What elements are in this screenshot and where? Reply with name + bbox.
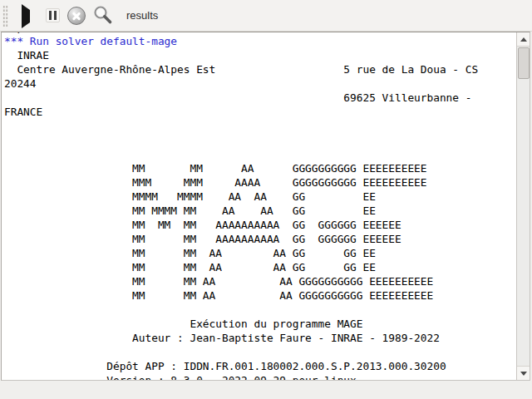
console-line bbox=[4, 133, 478, 147]
console-line bbox=[4, 119, 478, 133]
console-line: Centre Auvergne-Rhône-Alpes Est 5 rue de… bbox=[4, 62, 478, 76]
scroll-down-button[interactable] bbox=[517, 366, 530, 380]
console-line: *** Run solver default-mage bbox=[4, 34, 478, 48]
console-line: Version : 8.3.0 - 2022-09-29 pour linux bbox=[4, 373, 478, 380]
play-icon bbox=[22, 4, 30, 28]
console-line: MM MM AA GGGGGGGGGG EEEEEEEEEE bbox=[4, 161, 478, 175]
console-line: INRAE bbox=[4, 48, 478, 62]
console-text: .;p*** Run solver default-mage INRAE Cen… bbox=[4, 32, 478, 380]
console-line: Auteur : Jean-Baptiste Faure - INRAE - 1… bbox=[4, 331, 478, 345]
pause-icon bbox=[54, 11, 57, 20]
console-line: MM MM AA AA GGGGGGGGGG EEEEEEEEEE bbox=[4, 288, 478, 303]
status-strip bbox=[0, 381, 532, 399]
console-line: MM MM AA AA GG GG EE bbox=[4, 246, 478, 260]
stop-solver-button[interactable] bbox=[67, 7, 86, 25]
console-line bbox=[4, 147, 478, 161]
console-line: MM MM AA AA GGGGGGGGGG EEEEEEEEEE bbox=[4, 274, 478, 288]
console-viewport: .;p*** Run solver default-mage INRAE Cen… bbox=[2, 32, 516, 380]
panel-title: results bbox=[126, 9, 158, 22]
console-line: 69625 Villeurbanne - bbox=[4, 91, 478, 105]
vertical-scrollbar[interactable] bbox=[516, 32, 530, 380]
search-button[interactable] bbox=[91, 3, 115, 27]
pause-icon bbox=[49, 11, 52, 20]
search-icon bbox=[91, 3, 115, 27]
run-solver-button[interactable] bbox=[21, 9, 31, 22]
console-line bbox=[4, 303, 478, 317]
console-line: MMM MMM AAAA GGGGGGGGGG EEEEEEEEEE bbox=[4, 175, 478, 190]
console-line: MMMM MMMM AA AA GG EE bbox=[4, 190, 478, 204]
console-line: MM MM MM AAAAAAAAAA GG GGGGGG EEEEEE bbox=[4, 218, 478, 232]
solver-output-view[interactable]: .;p*** Run solver default-mage INRAE Cen… bbox=[1, 32, 530, 381]
console-line bbox=[4, 345, 478, 359]
scroll-up-button[interactable] bbox=[517, 32, 530, 47]
scrollbar-thumb[interactable] bbox=[518, 47, 530, 79]
console-line: MM MM AA AA GG GG EE bbox=[4, 260, 478, 274]
toolbar-grip-handle[interactable] bbox=[2, 5, 8, 27]
pause-solver-button[interactable] bbox=[46, 8, 60, 22]
console-line: MM MM AAAAAAAAAA GG GGGGGG EEEEEE bbox=[4, 232, 478, 246]
console-line: MM MMMM MM AA AA GG EE bbox=[4, 204, 478, 218]
console-line: FRANCE bbox=[4, 105, 478, 119]
console-line: Dépôt APP : IDDN.FR.001.180002.000.S.P.2… bbox=[4, 359, 478, 373]
arrow-up-icon bbox=[520, 37, 527, 42]
console-line: Exécution du programme MAGE bbox=[4, 317, 478, 331]
console-line: 20244 bbox=[4, 76, 478, 91]
arrow-down-icon bbox=[520, 372, 527, 376]
toolbar: results bbox=[0, 0, 532, 32]
